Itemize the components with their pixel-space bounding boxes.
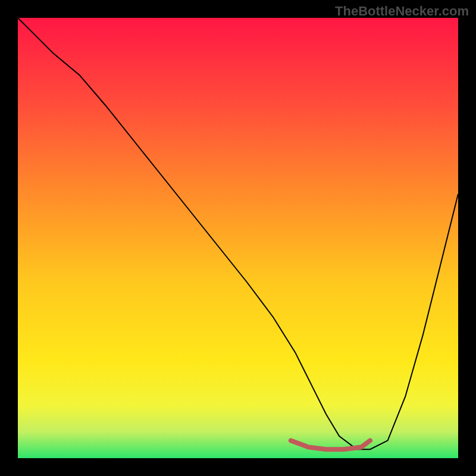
chart-container [18, 18, 458, 458]
watermark-label: TheBottleNecker.com [335, 4, 469, 19]
gradient-background [18, 18, 458, 458]
bottleneck-chart [18, 18, 458, 458]
